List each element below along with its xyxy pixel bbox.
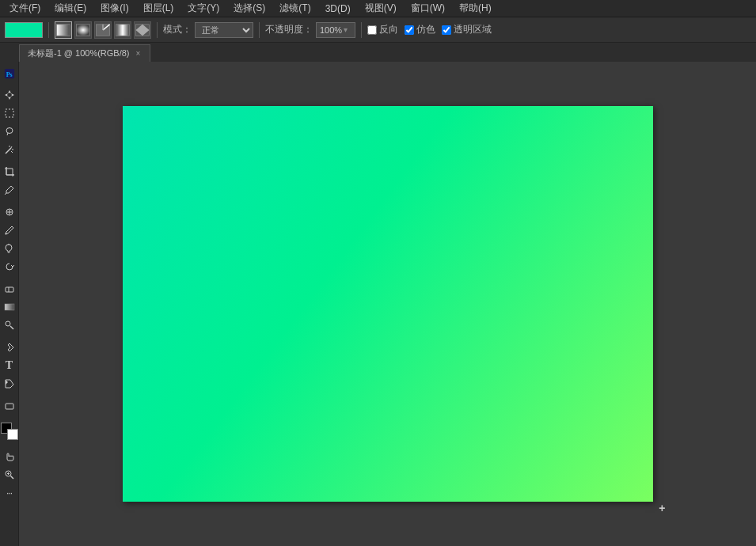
left-toolbar: Ps — [0, 62, 19, 546]
svg-rect-1 — [76, 24, 89, 35]
svg-point-33 — [6, 321, 10, 326]
menu-text[interactable]: 文字(Y) — [181, 0, 226, 17]
reflected-gradient-btn[interactable] — [114, 21, 131, 39]
opacity-label: 不透明度： — [265, 23, 313, 36]
tab-title: 未标题-1 @ 100%(RGB/8) — [28, 47, 130, 59]
svg-rect-36 — [6, 404, 13, 409]
angle-gradient-btn[interactable] — [94, 21, 112, 39]
menu-filter[interactable]: 滤镜(T) — [273, 0, 317, 17]
document-tab[interactable]: 未标题-1 @ 100%(RGB/8) × — [19, 44, 150, 62]
separator-2 — [157, 22, 158, 38]
dither-label: 仿色 — [416, 23, 435, 36]
options-bar: 模式： 正常 溶解 正片叠底 不透明度： 100% ▾ 反向 仿色 透明区域 — [0, 17, 756, 43]
menu-select[interactable]: 选择(S) — [227, 0, 272, 17]
eraser-tool[interactable] — [1, 280, 18, 298]
svg-line-17 — [11, 146, 12, 148]
crosshair-icon: + — [659, 502, 665, 514]
svg-line-38 — [10, 476, 13, 480]
separator-3 — [259, 22, 260, 38]
menu-window[interactable]: 窗口(W) — [405, 0, 451, 17]
brush-tool[interactable] — [1, 222, 18, 239]
mode-label: 模式： — [163, 23, 192, 36]
menu-layer[interactable]: 图层(L) — [137, 0, 180, 17]
canvas-wrapper: + — [123, 106, 653, 502]
opacity-value[interactable]: 100% ▾ — [316, 22, 355, 38]
zoom-tool[interactable] — [1, 466, 18, 483]
dither-checkbox-group[interactable]: 仿色 — [405, 23, 435, 36]
dither-checkbox[interactable] — [405, 25, 414, 35]
type-tool[interactable]: T — [1, 357, 18, 374]
svg-rect-12 — [6, 109, 13, 117]
main-area: Ps — [0, 62, 756, 546]
gradient-tool[interactable] — [1, 298, 18, 316]
menu-bar: 文件(F) 编辑(E) 图像(I) 图层(L) 文字(Y) 选择(S) 滤镜(T… — [0, 0, 756, 17]
svg-marker-11 — [5, 93, 14, 97]
transparency-label: 透明区域 — [454, 23, 492, 36]
svg-line-14 — [7, 133, 8, 135]
menu-help[interactable]: 帮助(H) — [453, 0, 498, 17]
separator-1 — [48, 22, 49, 38]
reverse-checkbox-group[interactable]: 反向 — [367, 23, 398, 36]
document-canvas — [123, 106, 653, 502]
gradient-color-swatch[interactable] — [5, 22, 43, 38]
extra-options[interactable]: ··· — [1, 484, 18, 502]
svg-line-24 — [5, 193, 6, 195]
radial-gradient-btn[interactable] — [74, 21, 92, 39]
blend-mode-select[interactable]: 正常 溶解 正片叠底 — [195, 22, 253, 38]
move-tool[interactable] — [1, 86, 18, 104]
healing-brush-tool[interactable] — [1, 203, 18, 221]
gradient-color-swatch-group — [5, 22, 43, 38]
svg-marker-10 — [8, 90, 11, 100]
foreground-background-colors[interactable] — [1, 423, 18, 440]
separator-4 — [361, 22, 362, 38]
svg-point-13 — [6, 128, 13, 134]
background-color[interactable] — [7, 429, 18, 440]
clone-stamp-tool[interactable] — [1, 240, 18, 257]
app-logo: Ps — [1, 65, 18, 82]
gradient-style-group — [55, 21, 151, 39]
shape-tool[interactable] — [1, 397, 18, 415]
path-selection-tool[interactable] — [1, 375, 18, 392]
dodge-tool[interactable] — [1, 317, 18, 334]
hand-tool[interactable] — [1, 448, 18, 465]
svg-point-28 — [5, 233, 6, 235]
linear-gradient-btn[interactable] — [55, 21, 72, 39]
transparency-checkbox[interactable] — [442, 25, 451, 35]
diamond-gradient-btn[interactable] — [134, 21, 151, 39]
reverse-checkbox[interactable] — [367, 25, 377, 35]
pen-tool[interactable] — [1, 339, 18, 356]
lasso-tool[interactable] — [1, 123, 18, 140]
menu-image[interactable]: 图像(I) — [94, 0, 135, 17]
svg-rect-5 — [116, 24, 129, 35]
svg-rect-0 — [56, 24, 70, 35]
menu-edit[interactable]: 编辑(E) — [48, 0, 93, 17]
tab-bar: 未标题-1 @ 100%(RGB/8) × — [0, 43, 756, 62]
svg-rect-32 — [5, 304, 14, 310]
svg-line-19 — [11, 151, 13, 153]
reverse-label: 反向 — [379, 23, 398, 36]
menu-file[interactable]: 文件(F) — [3, 0, 47, 17]
marquee-tool[interactable] — [1, 104, 18, 122]
crop-tool[interactable] — [1, 163, 18, 180]
svg-line-15 — [6, 148, 11, 154]
svg-rect-30 — [6, 287, 13, 292]
magic-wand-tool[interactable] — [1, 141, 18, 158]
tab-close-btn[interactable]: × — [135, 49, 142, 58]
canvas-area: + — [19, 62, 756, 546]
svg-text:Ps: Ps — [6, 71, 12, 78]
menu-view[interactable]: 视图(V) — [359, 0, 403, 17]
svg-line-34 — [10, 326, 13, 329]
menu-3d[interactable]: 3D(D) — [319, 2, 357, 16]
svg-marker-35 — [6, 380, 8, 385]
history-brush-tool[interactable] — [1, 258, 18, 275]
transparency-checkbox-group[interactable]: 透明区域 — [442, 23, 492, 36]
eyedropper-tool[interactable] — [1, 181, 18, 199]
